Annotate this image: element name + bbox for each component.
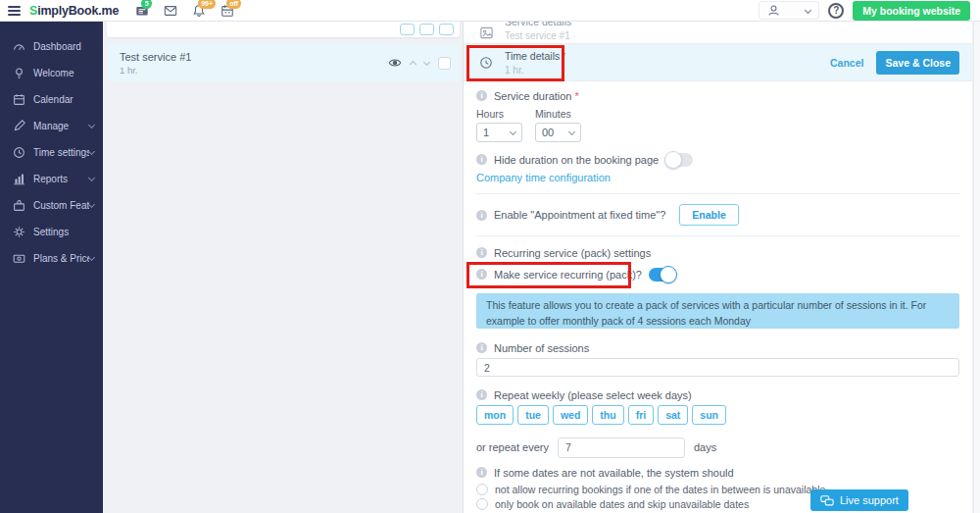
- sidebar-item-time-settings[interactable]: Time settings: [0, 139, 103, 166]
- plans-prices-icon: [13, 252, 25, 265]
- weekday-button-sun[interactable]: sun: [692, 405, 726, 425]
- weekday-button-sat[interactable]: sat: [658, 405, 688, 425]
- company-time-configuration-link[interactable]: Company time configuration: [476, 172, 611, 183]
- service-list-toolbar: [107, 22, 460, 37]
- make-recurring-toggle[interactable]: [649, 268, 676, 282]
- make-recurring-label: Make service recurring (pack)?: [494, 269, 642, 281]
- info-icon: [476, 247, 487, 258]
- move-up-icon[interactable]: [410, 61, 416, 68]
- chevron-down-icon: [568, 128, 575, 134]
- app-logo: SimplyBook.me: [29, 4, 119, 18]
- sidebar-item-custom-features[interactable]: Custom Features: [0, 192, 103, 219]
- weekday-button-fri[interactable]: fri: [628, 405, 655, 425]
- calendar-icon: [13, 93, 25, 106]
- radio-not-allow[interactable]: [476, 484, 488, 495]
- topbar: SimplyBook.me 5 99+ off ? My booking web…: [0, 0, 980, 22]
- radio-label: not allow recurring bookings if one of t…: [495, 484, 825, 495]
- custom-features-icon: [13, 199, 25, 212]
- info-icon: [476, 90, 487, 101]
- section-subtitle: 1 hr.: [505, 65, 565, 76]
- weekday-button-thu[interactable]: thu: [592, 405, 623, 425]
- news-badge: 5: [141, 0, 152, 9]
- unavailable-dates-label: If some dates are not available, the sys…: [476, 466, 959, 479]
- messages-icon[interactable]: [161, 1, 180, 21]
- radio-label: only book on available dates and skip un…: [495, 498, 749, 510]
- cancel-button[interactable]: Cancel: [830, 57, 863, 69]
- service-title: Test service #1: [120, 51, 388, 63]
- repeat-every-label: or repeat every: [476, 441, 549, 453]
- move-down-icon[interactable]: [423, 58, 430, 65]
- list-toolbar-button-1[interactable]: [400, 24, 415, 35]
- time-settings-icon: [13, 146, 25, 159]
- info-icon: [476, 389, 487, 400]
- sidebar-item-manage[interactable]: Manage: [0, 113, 103, 139]
- list-toolbar-button-3[interactable]: [439, 24, 454, 35]
- section-time-details[interactable]: Time details* 1 hr. Cancel Save & Close: [464, 44, 972, 81]
- service-checkbox[interactable]: [438, 57, 451, 70]
- chevron-down-icon: [510, 128, 516, 134]
- chevron-down-icon: [88, 200, 95, 207]
- weekday-button-mon[interactable]: mon: [476, 405, 514, 425]
- weekday-button-tue[interactable]: tue: [517, 405, 549, 425]
- sidebar-item-dashboard[interactable]: Dashboard: [0, 33, 103, 60]
- live-support-button[interactable]: Live support: [810, 489, 908, 511]
- hours-label: Hours: [476, 108, 535, 120]
- divider: [476, 235, 959, 236]
- chevron-down-icon: [805, 7, 811, 14]
- sidebar-item-reports[interactable]: Reports: [0, 166, 103, 192]
- my-booking-website-button[interactable]: My booking website: [853, 1, 970, 21]
- info-icon: [476, 210, 487, 221]
- service-duration-label: Service duration*: [476, 89, 959, 102]
- list-toolbar-button-2[interactable]: [419, 24, 434, 35]
- fixed-time-label: Enable "Appointment at fixed time"?: [494, 209, 665, 221]
- welcome-icon: [13, 67, 25, 79]
- info-icon: [476, 269, 487, 280]
- hours-select[interactable]: 1: [476, 123, 522, 142]
- status-calendar-icon[interactable]: off: [218, 1, 237, 21]
- sidebar-item-welcome[interactable]: Welcome: [0, 60, 103, 86]
- status-badge: off: [226, 0, 241, 9]
- repeat-every-input[interactable]: [558, 437, 685, 458]
- help-icon[interactable]: ?: [828, 3, 844, 19]
- user-icon: [767, 4, 780, 17]
- hamburger-menu-icon[interactable]: [8, 6, 21, 16]
- divider: [476, 193, 959, 194]
- number-of-sessions-input[interactable]: [476, 358, 959, 377]
- news-icon[interactable]: 5: [132, 1, 152, 21]
- manage-icon: [13, 120, 25, 132]
- reports-icon: [13, 173, 25, 185]
- sidebar-item-calendar[interactable]: Calendar: [0, 86, 103, 113]
- radio-skip-unavailable[interactable]: [476, 498, 488, 510]
- weekday-button-wed[interactable]: wed: [553, 405, 588, 425]
- enable-fixed-time-button[interactable]: Enable: [679, 204, 738, 226]
- chevron-down-icon: [88, 253, 95, 260]
- service-list-panel: Test service #1 1 hr.: [103, 22, 463, 513]
- save-close-button[interactable]: Save & Close: [876, 51, 959, 75]
- recurring-info-box: This feature allows you to create a pack…: [476, 293, 959, 329]
- sidebar: Dashboard Welcome Calendar Manage Time s…: [0, 22, 103, 513]
- user-menu-dropdown[interactable]: [759, 1, 819, 20]
- scrollbar-track[interactable]: [973, 22, 980, 513]
- notifications-badge: 99+: [198, 0, 216, 9]
- notifications-bell-icon[interactable]: 99+: [189, 1, 209, 21]
- visibility-eye-icon[interactable]: [388, 56, 402, 70]
- service-details-panel: Service details* Test service #1 Time de…: [463, 22, 972, 513]
- chevron-down-icon: [88, 147, 95, 154]
- info-icon: [476, 154, 487, 165]
- section-subtitle: Test service #1: [505, 30, 577, 41]
- sidebar-item-settings[interactable]: Settings: [0, 219, 103, 245]
- hide-duration-toggle[interactable]: [665, 153, 693, 167]
- minutes-select[interactable]: 00: [535, 123, 581, 142]
- service-list-item[interactable]: Test service #1 1 hr.: [108, 44, 459, 81]
- section-service-details[interactable]: Service details* Test service #1: [464, 22, 972, 44]
- sidebar-item-plans-prices[interactable]: Plans & Prices: [0, 245, 103, 272]
- hide-duration-label: Hide duration on the booking page: [494, 154, 659, 166]
- time-details-clock-icon: [479, 56, 494, 70]
- service-duration: 1 hr.: [120, 65, 388, 76]
- number-of-sessions-label: Number of sessions: [476, 341, 959, 354]
- info-icon: [476, 342, 487, 353]
- chevron-down-icon: [88, 121, 95, 128]
- info-icon: [476, 467, 487, 478]
- required-marker: *: [573, 22, 577, 27]
- repeat-weekly-label: Repeat weekly (please select week days): [476, 388, 959, 401]
